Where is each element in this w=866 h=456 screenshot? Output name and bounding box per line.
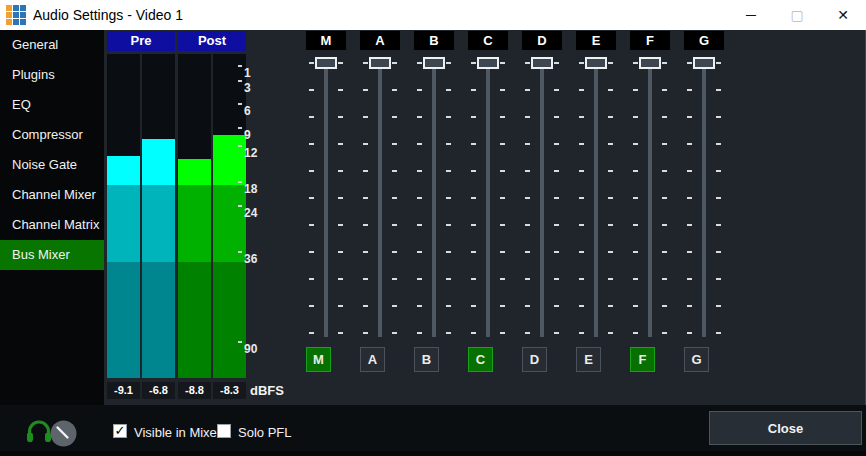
- meter-level-segment: [142, 139, 175, 185]
- fader-track-a[interactable]: [378, 64, 382, 337]
- bus-button-a[interactable]: A: [360, 347, 385, 372]
- fader-tick: [500, 251, 505, 253]
- fader-tick: [716, 305, 721, 307]
- meter-level-segment: [142, 185, 175, 262]
- fader-tick: [633, 251, 638, 253]
- fader-track-m[interactable]: [324, 64, 328, 337]
- fader-tick: [716, 143, 721, 145]
- fader-tick: [608, 251, 613, 253]
- fader-tick: [500, 62, 505, 64]
- fader-tick: [309, 251, 314, 253]
- checkbox-solo-pfl[interactable]: [217, 424, 231, 438]
- checkbox-visible-in-mixer[interactable]: ✓: [113, 424, 127, 438]
- sidebar-item-plugins[interactable]: Plugins: [0, 60, 104, 90]
- headphones-volume-knob[interactable]: [50, 420, 77, 447]
- bus-button-m[interactable]: M: [306, 347, 331, 372]
- fader-tick: [716, 89, 721, 91]
- fader-tick: [633, 278, 638, 280]
- fader-tick: [309, 332, 314, 334]
- headphones-icon: [26, 418, 52, 448]
- fader-tick: [716, 251, 721, 253]
- close-button[interactable]: ✕: [820, 0, 866, 30]
- sidebar-item-eq[interactable]: EQ: [0, 90, 104, 120]
- fader-tick: [662, 170, 667, 172]
- bus-button-g[interactable]: G: [684, 347, 709, 372]
- close-button[interactable]: Close: [709, 411, 862, 445]
- fader-track-b[interactable]: [432, 64, 436, 337]
- fader-handle-g[interactable]: [693, 57, 715, 69]
- sidebar-item-noise-gate[interactable]: Noise Gate: [0, 150, 104, 180]
- fader-tick: [554, 197, 559, 199]
- fader-tick: [338, 143, 343, 145]
- bus-header-e: E: [576, 31, 616, 50]
- fader-tick: [500, 224, 505, 226]
- sidebar-item-channel-matrix[interactable]: Channel Matrix: [0, 210, 104, 240]
- bus-button-e[interactable]: E: [576, 347, 601, 372]
- fader-tick: [633, 197, 638, 199]
- fader-track-c[interactable]: [486, 64, 490, 337]
- fader-tick: [633, 89, 638, 91]
- fader-handle-a[interactable]: [369, 57, 391, 69]
- fader-track-f[interactable]: [648, 64, 652, 337]
- fader-tick: [309, 224, 314, 226]
- fader-tick: [687, 143, 692, 145]
- fader-handle-b[interactable]: [423, 57, 445, 69]
- fader-tick: [525, 143, 530, 145]
- window-title: Audio Settings - Video 1: [33, 0, 183, 30]
- fader-track-e[interactable]: [594, 64, 598, 337]
- fader-tick: [338, 305, 343, 307]
- fader-tick: [716, 278, 721, 280]
- fader-tick: [579, 251, 584, 253]
- fader-tick: [309, 278, 314, 280]
- fader-tick: [662, 251, 667, 253]
- titlebar: Audio Settings - Video 1 ─▢✕: [0, 0, 866, 30]
- fader-tick: [446, 251, 451, 253]
- bus-button-d[interactable]: D: [522, 347, 547, 372]
- fader-tick: [662, 116, 667, 118]
- sidebar-item-compressor[interactable]: Compressor: [0, 120, 104, 150]
- fader-track-g[interactable]: [702, 64, 706, 337]
- fader-tick: [363, 332, 368, 334]
- fader-tick: [554, 89, 559, 91]
- fader-tick: [716, 224, 721, 226]
- fader-tick: [392, 116, 397, 118]
- scale-tick: [238, 181, 242, 183]
- fader-handle-c[interactable]: [477, 57, 499, 69]
- bus-button-f[interactable]: F: [630, 347, 655, 372]
- checkbox-label-solo-pfl[interactable]: Solo PFL: [238, 425, 291, 440]
- fader-tick: [309, 197, 314, 199]
- bus-button-c[interactable]: C: [468, 347, 493, 372]
- fader-tick: [471, 62, 476, 64]
- fader-tick: [338, 197, 343, 199]
- fader-tick: [687, 332, 692, 334]
- bus-header-f: F: [630, 31, 670, 50]
- fader-handle-f[interactable]: [639, 57, 661, 69]
- fader-tick: [687, 62, 692, 64]
- fader-tick: [608, 305, 613, 307]
- fader-handle-d[interactable]: [531, 57, 553, 69]
- fader-tick: [525, 278, 530, 280]
- checkbox-label-visible-in-mixer[interactable]: Visible in Mixer: [134, 425, 221, 440]
- sidebar-item-general[interactable]: General: [0, 30, 104, 60]
- bus-button-b[interactable]: B: [414, 347, 439, 372]
- sidebar: GeneralPluginsEQCompressorNoise GateChan…: [0, 30, 104, 405]
- fader-tick: [446, 116, 451, 118]
- fader-tick: [392, 197, 397, 199]
- fader-tick: [525, 251, 530, 253]
- sidebar-item-channel-mixer[interactable]: Channel Mixer: [0, 180, 104, 210]
- bus-header-m: M: [306, 31, 346, 50]
- fader-tick: [471, 251, 476, 253]
- maximize-button[interactable]: ▢: [774, 0, 820, 30]
- meter-level-segment: [107, 185, 140, 262]
- fader-tick: [500, 197, 505, 199]
- fader-track-d[interactable]: [540, 64, 544, 337]
- fader-tick: [716, 197, 721, 199]
- fader-handle-e[interactable]: [585, 57, 607, 69]
- fader-tick: [392, 305, 397, 307]
- minimize-button[interactable]: ─: [728, 0, 774, 30]
- fader-tick: [525, 62, 530, 64]
- fader-tick: [716, 170, 721, 172]
- fader-handle-m[interactable]: [315, 57, 337, 69]
- scale-label-24: 24: [244, 206, 257, 220]
- sidebar-item-bus-mixer[interactable]: Bus Mixer: [0, 240, 104, 270]
